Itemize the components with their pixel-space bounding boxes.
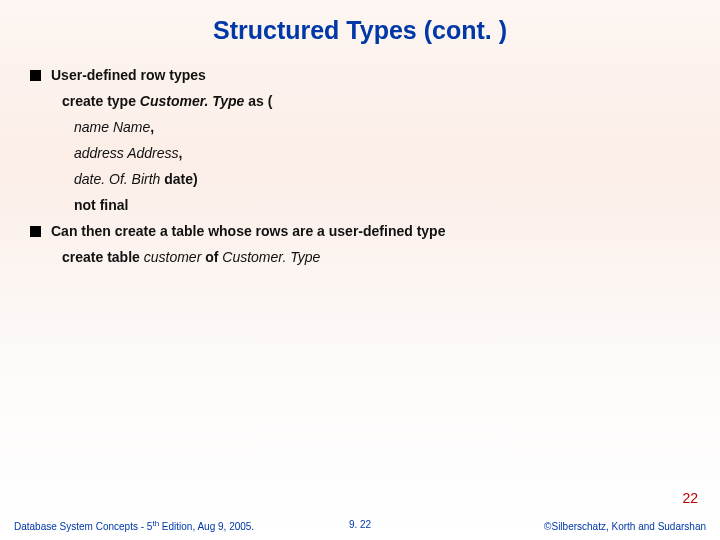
table-identifier: customer xyxy=(144,249,205,265)
field-type: Name xyxy=(113,119,150,135)
keyword: create type xyxy=(62,93,140,109)
code-line-field-name: name Name, xyxy=(74,119,690,135)
code-line-create-table: create table customer of Customer. Type xyxy=(62,249,690,265)
footer-center: 9. 22 xyxy=(349,519,371,530)
footer-left-text-a: Database System Concepts - 5 xyxy=(14,521,152,532)
type-identifier: Customer. Type xyxy=(140,93,248,109)
code-line-create-type: create type Customer. Type as ( xyxy=(62,93,690,109)
footer: Database System Concepts - 5th Edition, … xyxy=(0,519,720,532)
keyword: as ( xyxy=(248,93,272,109)
slide-title: Structured Types (cont. ) xyxy=(0,0,720,45)
punct: , xyxy=(179,145,183,161)
field-type: date xyxy=(164,171,193,187)
page-number: 22 xyxy=(682,490,698,506)
square-bullet-icon xyxy=(30,70,41,81)
bullet-item-2: Can then create a table whose rows are a… xyxy=(30,223,690,239)
code-line-field-address: address Address, xyxy=(74,145,690,161)
field-name: name xyxy=(74,119,113,135)
footer-right: ©Silberschatz, Korth and Sudarshan xyxy=(544,521,706,532)
square-bullet-icon xyxy=(30,226,41,237)
type-identifier: Customer. Type xyxy=(222,249,320,265)
field-type: Address xyxy=(127,145,178,161)
field-name: date. Of. Birth xyxy=(74,171,164,187)
bullet-text: Can then create a table whose rows are a… xyxy=(51,223,445,239)
punct: , xyxy=(150,119,154,135)
field-name: address xyxy=(74,145,127,161)
keyword: create table xyxy=(62,249,144,265)
punct: ) xyxy=(193,171,198,187)
keyword: of xyxy=(205,249,222,265)
bullet-item-1: User-defined row types xyxy=(30,67,690,83)
footer-left: Database System Concepts - 5th Edition, … xyxy=(14,519,254,532)
slide-content: User-defined row types create type Custo… xyxy=(0,45,720,265)
bullet-text: User-defined row types xyxy=(51,67,206,83)
code-line-field-dob: date. Of. Birth date) xyxy=(74,171,690,187)
footer-left-text-b: Edition, Aug 9, 2005. xyxy=(159,521,254,532)
code-line-not-final: not final xyxy=(74,197,690,213)
